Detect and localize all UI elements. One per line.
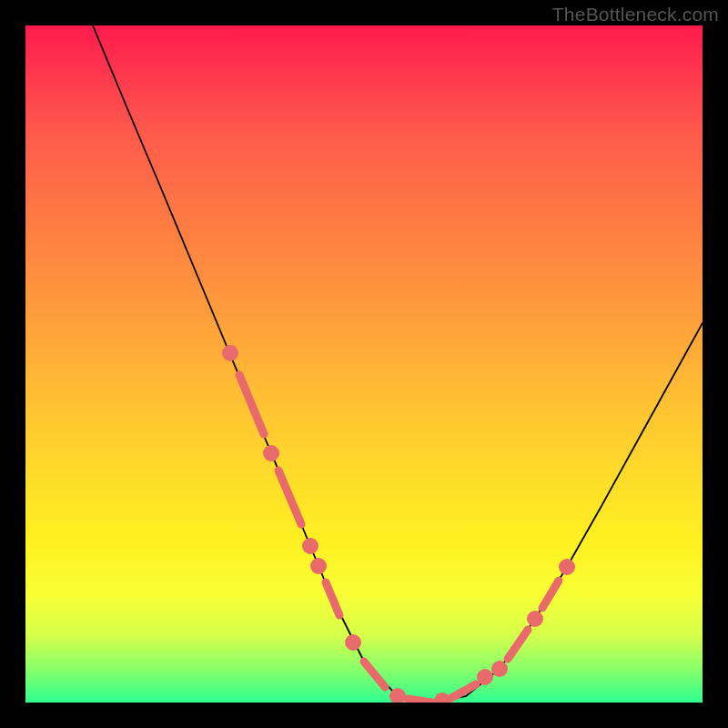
svg-point-4 xyxy=(307,542,315,551)
svg-point-9 xyxy=(394,693,402,701)
svg-point-14 xyxy=(496,665,504,673)
highlight-markers-right xyxy=(496,563,571,673)
svg-point-2 xyxy=(268,450,276,458)
chart-frame: TheBottleneck.com xyxy=(0,0,728,728)
svg-point-11 xyxy=(439,697,447,703)
svg-line-3 xyxy=(278,470,301,524)
watermark-text: TheBottleneck.com xyxy=(552,4,719,25)
svg-point-16 xyxy=(531,615,540,623)
svg-line-8 xyxy=(364,662,385,687)
curve-layer xyxy=(25,25,703,703)
svg-point-7 xyxy=(349,639,358,647)
svg-point-5 xyxy=(315,562,323,571)
svg-line-6 xyxy=(326,582,339,615)
svg-line-10 xyxy=(408,699,431,703)
svg-line-17 xyxy=(542,581,559,608)
svg-point-18 xyxy=(563,563,571,571)
svg-point-13 xyxy=(481,673,490,682)
svg-line-1 xyxy=(239,375,264,434)
bottleneck-curve xyxy=(93,25,703,703)
svg-line-15 xyxy=(508,630,528,659)
plot-area xyxy=(25,25,703,703)
svg-point-0 xyxy=(227,349,235,358)
highlight-markers-valley xyxy=(349,639,490,703)
